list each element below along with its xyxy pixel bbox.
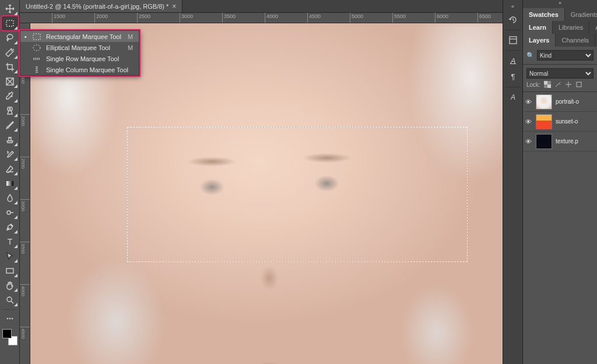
frame-tool[interactable] — [2, 75, 18, 89]
panel-group-layers: LayersChannels — [523, 34, 597, 47]
flyout-item-label: Single Row Marquee Tool — [46, 55, 128, 62]
layer-thumbnail[interactable] — [536, 114, 552, 129]
visibility-icon[interactable]: 👁 — [524, 118, 532, 125]
dodge-tool[interactable] — [2, 206, 18, 220]
layer-name[interactable]: texture.p — [556, 138, 596, 144]
ruler-mark: 4000 — [265, 13, 265, 23]
flyout-item-rect-marquee[interactable]: ▪Rectangular Marquee ToolM — [20, 31, 139, 42]
rectangle-shape-tool[interactable] — [2, 264, 18, 278]
flyout-item-shortcut: M — [128, 44, 133, 51]
search-icon[interactable]: 🔍 — [526, 52, 535, 59]
edit-toolbar[interactable] — [2, 312, 18, 326]
svg-point-10 — [9, 318, 10, 320]
layer-row[interactable]: 👁portrait-o — [523, 92, 597, 112]
ruler-mark: 4500 — [20, 327, 30, 338]
lock-pixels-icon[interactable] — [554, 81, 561, 88]
svg-text:A: A — [510, 93, 515, 101]
flyout-item-row-marquee[interactable]: Single Row Marquee Tool — [20, 53, 139, 64]
collapse-panels-icon[interactable]: » — [523, 0, 597, 8]
ruler-horizontal[interactable]: 1500200025003000350040004500500055006000… — [20, 13, 503, 23]
color-chips[interactable] — [2, 328, 18, 346]
rect-marquee-icon — [32, 33, 41, 41]
marquee-tool[interactable] — [2, 16, 18, 30]
visibility-icon[interactable]: 👁 — [524, 138, 532, 145]
row-marquee-icon — [32, 55, 41, 63]
path-selection-tool[interactable] — [2, 249, 18, 263]
paragraph-panel-icon[interactable]: ¶ — [503, 69, 522, 85]
layer-thumbnail[interactable] — [536, 94, 552, 109]
clone-stamp-tool[interactable] — [2, 133, 18, 147]
layer-row[interactable]: 👁texture.p — [523, 132, 597, 151]
lock-label: Lock: — [526, 82, 540, 88]
layer-list: 👁portrait-o👁sunset-o👁texture.p — [523, 92, 597, 151]
panel-tab-gradients[interactable]: Gradients — [565, 8, 597, 21]
svg-text:¶: ¶ — [511, 72, 515, 81]
brush-tool[interactable] — [2, 118, 18, 132]
gradient-tool[interactable] — [2, 176, 18, 190]
panel-group-swatches: SwatchesGradients — [523, 8, 597, 21]
visibility-icon[interactable]: 👁 — [524, 98, 532, 105]
hand-tool[interactable] — [2, 278, 18, 292]
history-panel-icon[interactable] — [503, 12, 522, 28]
blur-tool[interactable] — [2, 191, 18, 205]
blend-mode-select[interactable]: Normal — [526, 68, 594, 79]
svg-rect-14 — [510, 63, 516, 64]
flyout-item-label: Single Column Marquee Tool — [46, 66, 128, 73]
layer-filter-kind[interactable]: Kind — [537, 50, 594, 61]
lock-transparency-icon[interactable] — [544, 81, 551, 88]
flyout-item-col-marquee[interactable]: Single Column Marquee Tool — [20, 64, 139, 75]
pen-tool[interactable] — [2, 220, 18, 234]
ruler-mark: 4500 — [307, 13, 308, 23]
panel-tab-channels[interactable]: Channels — [556, 34, 595, 47]
svg-rect-7 — [6, 268, 13, 273]
foreground-color[interactable] — [2, 329, 12, 338]
expand-panels-icon[interactable]: « — [503, 3, 522, 12]
ruler-mark: 3000 — [20, 199, 30, 210]
panel-tab-a[interactable]: A — [589, 21, 597, 34]
svg-rect-21 — [33, 34, 40, 40]
svg-point-11 — [11, 318, 13, 320]
panel-tab-libraries[interactable]: Libraries — [553, 21, 589, 34]
layer-thumbnail[interactable] — [536, 134, 552, 149]
crop-tool[interactable] — [2, 60, 18, 74]
svg-rect-0 — [6, 20, 13, 26]
lasso-tool[interactable] — [2, 31, 18, 45]
close-icon[interactable]: × — [172, 2, 176, 10]
lock-position-icon[interactable] — [565, 81, 572, 88]
layer-row[interactable]: 👁sunset-o — [523, 112, 597, 132]
character-panel-icon[interactable]: A — [503, 52, 522, 69]
layer-name[interactable]: portrait-o — [556, 98, 596, 105]
panel-tab-layers[interactable]: Layers — [523, 34, 556, 47]
healing-brush-tool[interactable] — [2, 104, 18, 118]
panel-tab-learn[interactable]: Learn — [523, 21, 553, 34]
svg-rect-20 — [577, 82, 581, 87]
panel-group-learn: LearnLibrariesA — [523, 21, 597, 34]
ruler-mark: 2000 — [20, 114, 30, 125]
eraser-tool[interactable] — [2, 162, 18, 176]
layer-name[interactable]: sunset-o — [556, 118, 596, 125]
glyphs-panel-icon[interactable]: A — [503, 89, 522, 105]
history-brush-tool[interactable] — [2, 147, 18, 161]
marquee-tool-flyout: ▪Rectangular Marquee ToolMElliptical Mar… — [20, 30, 139, 76]
ellipse-marquee-icon — [32, 44, 41, 52]
lock-artboard-icon[interactable] — [575, 81, 582, 88]
document-tab-title: Untitled-2 @ 14.5% (portrait-of-a-girl.j… — [26, 3, 168, 10]
col-marquee-icon — [32, 66, 41, 74]
flyout-item-ellipse-marquee[interactable]: Elliptical Marquee ToolM — [20, 42, 139, 53]
ruler-mark: 5000 — [350, 13, 350, 23]
right-panels: » SwatchesGradients LearnLibrariesA Laye… — [522, 0, 597, 364]
svg-rect-19 — [547, 84, 551, 88]
ruler-mark: 3500 — [222, 13, 223, 23]
zoom-tool[interactable] — [2, 293, 18, 307]
bullet-icon: ▪ — [24, 33, 27, 40]
panel-tab-swatches[interactable]: Swatches — [523, 8, 565, 21]
properties-panel-icon[interactable] — [503, 32, 522, 48]
ruler-mark: 2500 — [137, 13, 138, 23]
ruler-mark: 2000 — [94, 13, 95, 23]
move-tool[interactable] — [2, 2, 18, 16]
magic-wand-tool[interactable] — [2, 45, 18, 59]
type-tool[interactable]: T — [2, 235, 18, 249]
eyedropper-tool[interactable] — [2, 89, 18, 103]
flyout-item-label: Elliptical Marquee Tool — [46, 44, 123, 51]
document-tab[interactable]: Untitled-2 @ 14.5% (portrait-of-a-girl.j… — [20, 0, 182, 12]
